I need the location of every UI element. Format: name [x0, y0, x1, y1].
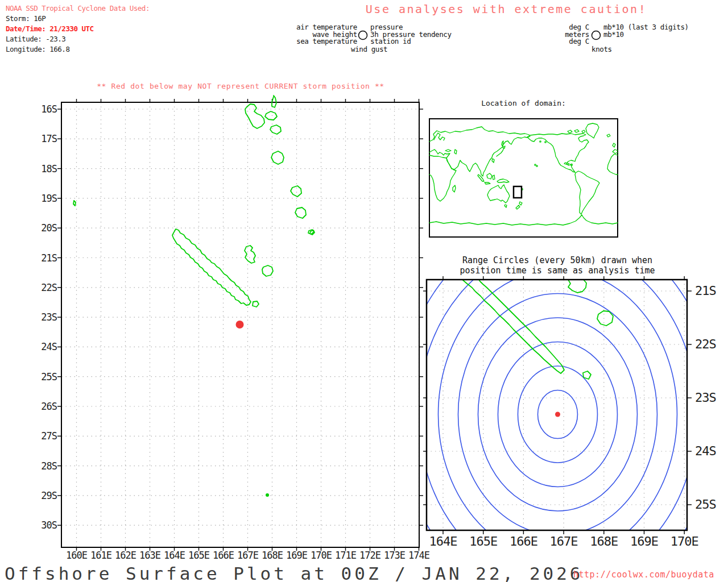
red-dot-warning: ** Red dot below may NOT represent CURRE…	[61, 82, 420, 90]
isle-of-pines-range	[583, 371, 591, 379]
caution-banner: Use analyses with extreme caution!	[353, 2, 660, 16]
main-y-tick-label: 29S	[20, 490, 57, 501]
main-y-tick-label: 28S	[20, 460, 57, 472]
main-y-tick-label: 22S	[20, 282, 57, 293]
range-plot-ticks	[423, 276, 692, 534]
west-reef-islet	[73, 201, 76, 206]
main-map-coastlines	[73, 95, 315, 307]
range-x-tick-label: 168E	[581, 534, 627, 548]
info-title: NOAA SSD Tropical Cyclone Data Used:	[6, 4, 150, 13]
lifou-island	[245, 246, 255, 263]
espiritu-santo-island	[245, 104, 264, 128]
range-x-tick-label: 166E	[500, 534, 546, 548]
info-latitude: Latitude: -23.3	[6, 35, 65, 43]
range-plot-title-line2: position time is same as analysis time	[424, 265, 691, 276]
range-circles	[359, 173, 728, 582]
main-y-tick-label: 24S	[20, 341, 57, 352]
world-inset-frame	[429, 119, 618, 237]
source-url: http://coolwx.com/buoydata	[573, 569, 714, 580]
mare-island	[262, 265, 273, 276]
main-y-tick-label: 21S	[20, 252, 57, 264]
range-x-tick-label: 169E	[622, 534, 667, 548]
domain-location-box	[514, 186, 522, 198]
range-x-tick-label: 164E	[420, 534, 466, 548]
erromango-island	[291, 186, 301, 197]
range-y-tick-label: 23S	[695, 390, 716, 405]
inset-map-title: Location of domain:	[429, 99, 618, 107]
main-y-tick-label: 19S	[20, 193, 57, 204]
maewo-island	[272, 95, 276, 107]
new-caledonia-coastline	[172, 229, 251, 305]
ambrym-island	[270, 125, 281, 134]
lifou-range	[568, 280, 586, 293]
main-x-tick-label: 174E	[402, 550, 436, 561]
station-legend-left: air temperature wave height sea temperat…	[287, 24, 357, 45]
station-legend-station-id: station id	[370, 38, 484, 45]
storm-position-dot	[236, 321, 244, 329]
range-center-storm-dot	[555, 412, 560, 417]
units-degc-2: deg C	[535, 38, 589, 45]
buoy-plot-page: NOAA SSD Tropical Cyclone Data Used: Sto…	[0, 0, 728, 582]
info-datetime: Date/Time: 21/2330 UTC	[6, 24, 94, 33]
range-y-tick-label: 22S	[695, 337, 716, 351]
world-inset-map	[429, 119, 618, 237]
units-knots: knots	[592, 45, 612, 53]
main-y-tick-label: 20S	[20, 222, 57, 234]
units-legend-left: deg C meters deg C	[535, 24, 589, 45]
aneityum-island	[310, 230, 315, 235]
station-model-circle-icon	[359, 31, 367, 40]
norfolk-island-dot	[266, 493, 269, 497]
main-y-tick-label: 26S	[20, 401, 57, 412]
pentecost-island	[265, 111, 277, 120]
range-plot-frame	[427, 280, 687, 530]
range-y-tick-label: 25S	[695, 497, 716, 512]
world-coastlines	[429, 123, 618, 225]
units-mb10: mb*10	[603, 31, 723, 39]
range-x-tick-label: 167E	[541, 534, 586, 548]
info-longitude: Longitude: 166.8	[6, 45, 69, 53]
range-y-tick-label: 21S	[695, 284, 716, 298]
range-plot-gridlines	[427, 280, 687, 530]
range-plot-coastlines	[462, 280, 613, 379]
station-legend-right: pressure 3h pressure tendency station id	[370, 24, 484, 45]
units-model-circle-icon	[592, 31, 601, 40]
range-x-tick-label: 165E	[461, 534, 506, 548]
main-y-tick-label: 18S	[20, 163, 57, 174]
main-y-tick-label: 27S	[20, 430, 57, 442]
station-legend-wind-gust: wind gust	[351, 45, 387, 53]
range-y-tick-label: 24S	[695, 444, 716, 458]
main-y-tick-label: 16S	[20, 103, 57, 115]
tanna-island	[295, 207, 306, 218]
station-legend-sea-temp: sea temperature	[287, 38, 357, 45]
main-y-tick-label: 25S	[20, 371, 57, 383]
main-y-tick-label: 17S	[20, 133, 57, 144]
range-plot-title-line1: Range Circles (every 50km) drawn when	[424, 255, 691, 265]
main-y-tick-label: 30S	[20, 519, 57, 531]
main-y-tick-label: 23S	[20, 311, 57, 323]
plot-main-title: Offshore Surface Plot at 00Z / JAN 22, 2…	[5, 563, 584, 582]
isle-of-pines	[253, 301, 259, 307]
info-storm: Storm: 16P	[6, 14, 46, 23]
mare-range	[597, 311, 613, 326]
range-x-tick-label: 170E	[661, 534, 707, 548]
units-legend-right: mb*10 (last 3 digits) mb*10	[603, 24, 723, 38]
efate-island	[271, 151, 284, 164]
